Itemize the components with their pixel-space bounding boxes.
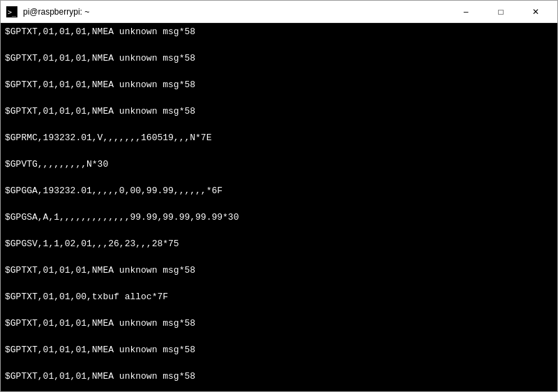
terminal-line: [5, 119, 553, 132]
terminal-line: [5, 172, 553, 185]
minimize-button[interactable]: –: [450, 1, 482, 23]
svg-text:>_: >_: [8, 8, 17, 17]
terminal-line: $GPTXT,01,01,01,NMEA unknown msg*58: [5, 52, 553, 66]
terminal-line: $GPTXT,01,01,01,NMEA unknown msg*58: [5, 105, 553, 119]
terminal-line: $GPGSA,A,1,,,,,,,,,,,,,99.99,99.99,99.99…: [5, 211, 553, 225]
terminal-line: $GPRMC,193232.01,V,,,,,,,160519,,,N*7E: [5, 132, 553, 145]
terminal-line: [5, 66, 553, 79]
terminal-line: [5, 145, 553, 158]
terminal-icon: >_: [6, 6, 17, 17]
terminal-body[interactable]: $GPTXT,01,01,01,NMEA unknown msg*58$GPTX…: [1, 23, 557, 391]
terminal-line: [5, 92, 553, 105]
title-bar: >_ pi@raspberrypi: ~ – □ ✕: [1, 1, 557, 23]
terminal-line: [5, 278, 553, 291]
terminal-line: $GPTXT,01,01,01,NMEA unknown msg*58: [5, 79, 553, 92]
terminal-line: $GPVTG,,,,,,,,,N*30: [5, 158, 553, 172]
terminal-line: $GPTXT,01,01,01,NMEA unknown msg*58: [5, 370, 553, 384]
terminal-content: $GPTXT,01,01,01,NMEA unknown msg*58$GPTX…: [5, 26, 553, 391]
terminal-line: [5, 39, 553, 52]
terminal-line: $GPTXT,01,01,00,txbuf alloc*7F: [5, 291, 553, 304]
window-title: pi@raspberrypi: ~: [23, 7, 89, 17]
terminal-line: [5, 198, 553, 211]
terminal-line: $GPGSV,1,1,02,01,,,26,23,,,28*75: [5, 238, 553, 251]
terminal-window: >_ pi@raspberrypi: ~ – □ ✕ $GPTXT,01,01,…: [0, 0, 558, 392]
close-button[interactable]: ✕: [520, 1, 552, 23]
terminal-line: [5, 304, 553, 317]
title-bar-controls: – □ ✕: [450, 1, 552, 23]
terminal-line: $GPTXT,01,01,01,NMEA unknown msg*58: [5, 264, 553, 278]
terminal-line: $GPTXT,01,01,01,NMEA unknown msg*58: [5, 26, 553, 39]
terminal-line: [5, 251, 553, 264]
terminal-line: [5, 384, 553, 391]
terminal-line: $GPGGA,193232.01,,,,,0,00,99.99,,,,,,*6F: [5, 185, 553, 198]
terminal-line: $GPTXT,01,01,01,NMEA unknown msg*58: [5, 317, 553, 331]
title-bar-left: >_ pi@raspberrypi: ~: [6, 6, 89, 17]
terminal-line: [5, 225, 553, 238]
maximize-button[interactable]: □: [485, 1, 517, 23]
terminal-line: [5, 357, 553, 370]
terminal-line: [5, 331, 553, 344]
terminal-line: $GPTXT,01,01,01,NMEA unknown msg*58: [5, 344, 553, 357]
